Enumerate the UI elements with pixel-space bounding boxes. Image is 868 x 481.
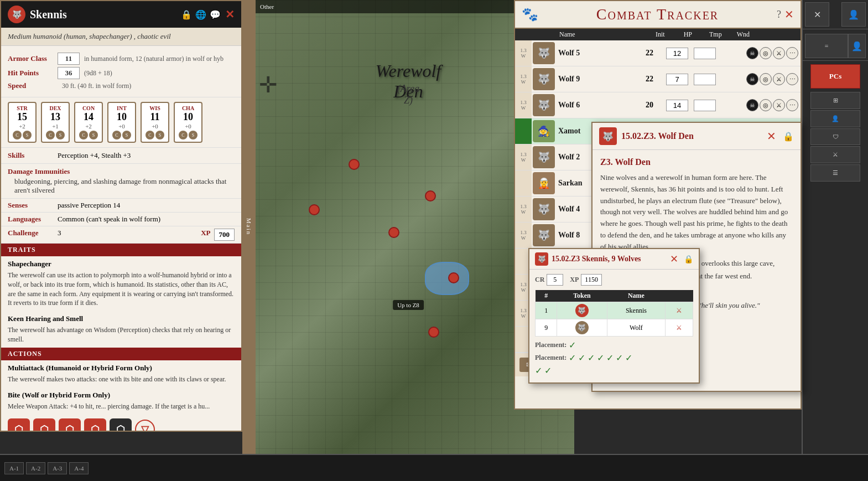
token-wolf4[interactable]: 🐺 — [533, 198, 555, 220]
combat-close-btn[interactable]: ✕ — [784, 8, 794, 21]
pcs-button[interactable]: PCs — [810, 64, 860, 89]
enc-name-wolf: Wolf — [607, 319, 666, 337]
str-btn-c[interactable]: C — [13, 131, 22, 139]
dex-btn-s[interactable]: S — [56, 131, 65, 139]
more-wolf6[interactable]: ⋯ — [786, 99, 798, 111]
die-d20-2[interactable]: ⬡ — [33, 418, 55, 432]
map-token-1[interactable] — [309, 204, 320, 215]
enc-action-skennis[interactable]: ⚔ — [666, 302, 693, 319]
dex-btn-c[interactable]: C — [46, 131, 55, 139]
enc-col-num: # — [536, 290, 557, 302]
cha-label: CHA — [182, 105, 194, 111]
skull-wolf5[interactable]: ☠ — [746, 47, 758, 59]
hp-input-wolf9[interactable] — [666, 74, 688, 85]
row-tmp-wolf5[interactable] — [691, 48, 719, 59]
col-init-header: Init — [646, 30, 674, 39]
map-token-5[interactable] — [448, 272, 459, 283]
sword-wolf6[interactable]: ⚔ — [773, 99, 785, 111]
row-actions-wolf9: ☠ ◎ ⚔ ⋯ — [746, 73, 801, 85]
tmp-input-wolf9[interactable] — [694, 74, 716, 85]
int-btn-s[interactable]: S — [122, 131, 131, 139]
die-d20-1[interactable]: ⬡ — [8, 418, 30, 432]
tmp-input-wolf6[interactable] — [694, 100, 716, 111]
sidebar-nav-2[interactable]: 👤 — [810, 110, 860, 127]
row-tmp-wolf9[interactable] — [691, 74, 719, 85]
tmp-input-wolf5[interactable] — [694, 48, 716, 59]
enc-token-skennis[interactable]: 🐺 — [557, 302, 607, 319]
sidebar-nav-4[interactable]: ⚔ — [810, 146, 860, 163]
target-wolf6[interactable]: ◎ — [760, 99, 772, 111]
row-hp-wolf9[interactable] — [663, 74, 691, 85]
target-wolf5[interactable]: ◎ — [760, 47, 772, 59]
sword-wolf9[interactable]: ⚔ — [773, 73, 785, 85]
con-btn-c[interactable]: C — [79, 131, 88, 139]
map-nav-main[interactable]: Main — [242, 0, 256, 454]
sidebar-btn-menu[interactable]: ≡ — [805, 34, 848, 58]
skull-wolf6[interactable]: ☠ — [746, 99, 758, 111]
globe-icon[interactable]: 🌐 — [195, 9, 206, 20]
bottom-cell-a1[interactable]: A-1 — [4, 462, 24, 474]
con-btn-s[interactable]: S — [89, 131, 98, 139]
int-btn-c[interactable]: C — [112, 131, 121, 139]
token-wolf5[interactable]: 🐺 — [533, 42, 555, 64]
wolf-den-close[interactable]: ✕ — [767, 130, 776, 143]
token-wolf2[interactable]: 🐺 — [533, 146, 555, 168]
token-xamot[interactable]: 🧙 — [533, 120, 555, 142]
char-subtitle: Medium humanoid (human, shapechanger) , … — [1, 28, 241, 46]
map-token-2[interactable] — [349, 159, 360, 170]
token-wolf9[interactable]: 🐺 — [533, 68, 555, 90]
bottom-cell-a2[interactable]: A-2 — [26, 462, 45, 474]
token-sarkan[interactable]: 🧝 — [533, 172, 555, 194]
row-tmp-wolf6[interactable] — [691, 100, 719, 111]
row-hp-wolf6[interactable] — [663, 100, 691, 111]
skills-row: Skills Perception +4, Stealth +3 — [1, 148, 241, 164]
sword-wolf5[interactable]: ⚔ — [773, 47, 785, 59]
map-token-3[interactable] — [388, 227, 399, 238]
enc-token-wolf[interactable]: 🐺 — [557, 319, 607, 337]
sidebar-nav-3[interactable]: 🛡 — [810, 128, 860, 145]
row-hp-wolf5[interactable] — [663, 48, 691, 59]
sidebar-btn-user2[interactable]: 👤 — [848, 34, 866, 58]
wolf-den-lock[interactable]: 🔒 — [783, 131, 794, 142]
combat-column-headers: Name Init HP Tmp Wnd — [515, 29, 801, 40]
str-score: 15 — [17, 111, 27, 123]
cha-btn-s[interactable]: S — [189, 131, 197, 139]
map-nav-other[interactable]: Other — [260, 3, 274, 10]
enc-placement-wolf: Placement: ✓ ✓ ✓ ✓ ✓ ✓ ✓ — [535, 353, 693, 363]
right-sidebar: ✕ 👤 ≡ 👤 PCs ⊞ 👤 🛡 ⚔ ☰ — [802, 0, 868, 481]
damage-immunities-row: Damage Immunities bludgeoning, piercing,… — [1, 164, 241, 199]
char-close-button[interactable]: ✕ — [225, 8, 235, 21]
die-d6[interactable]: ⬡ — [110, 418, 132, 432]
wis-btn-c[interactable]: C — [145, 131, 154, 139]
die-outline[interactable]: ▽ — [135, 420, 155, 432]
cha-btn-c[interactable]: C — [179, 131, 188, 139]
encounter-lock[interactable]: 🔒 — [684, 255, 693, 264]
sidebar-btn-x[interactable]: ✕ — [805, 2, 829, 27]
hp-input-wolf6[interactable] — [666, 100, 688, 111]
bottom-cell-a4[interactable]: A-4 — [69, 462, 89, 474]
die-d20-3[interactable]: ⬡ — [59, 418, 81, 432]
sidebar-btn-person[interactable]: 👤 — [841, 2, 866, 27]
die-d8[interactable]: ⬡ — [84, 418, 106, 432]
combat-title: Combat Tracker — [538, 6, 777, 23]
skull-wolf9[interactable]: ☠ — [746, 73, 758, 85]
help-icon[interactable]: ? — [777, 9, 781, 20]
lock-icon[interactable]: 🔒 — [181, 9, 192, 20]
token-wolf6[interactable]: 🐺 — [533, 94, 555, 116]
chat-icon[interactable]: 💬 — [210, 9, 221, 20]
hp-input-wolf5[interactable] — [666, 48, 688, 59]
more-wolf9[interactable]: ⋯ — [786, 73, 798, 85]
enc-action-wolf[interactable]: ⚔ — [666, 319, 693, 337]
target-wolf9[interactable]: ◎ — [760, 73, 772, 85]
sidebar-nav-5[interactable]: ☰ — [810, 164, 860, 182]
bottom-cell-a3[interactable]: A-3 — [48, 462, 67, 474]
sidebar-nav-1[interactable]: ⊞ — [810, 92, 860, 109]
more-wolf5[interactable]: ⋯ — [786, 47, 798, 59]
encounter-close[interactable]: ✕ — [670, 253, 678, 265]
row-indicator-sarkan — [515, 170, 532, 196]
wis-btn-s[interactable]: S — [155, 131, 164, 139]
map-pool — [425, 262, 469, 295]
dex-label: DEX — [49, 105, 61, 111]
str-btn-s[interactable]: S — [23, 131, 32, 139]
token-wolf8[interactable]: 🐺 — [533, 224, 555, 246]
